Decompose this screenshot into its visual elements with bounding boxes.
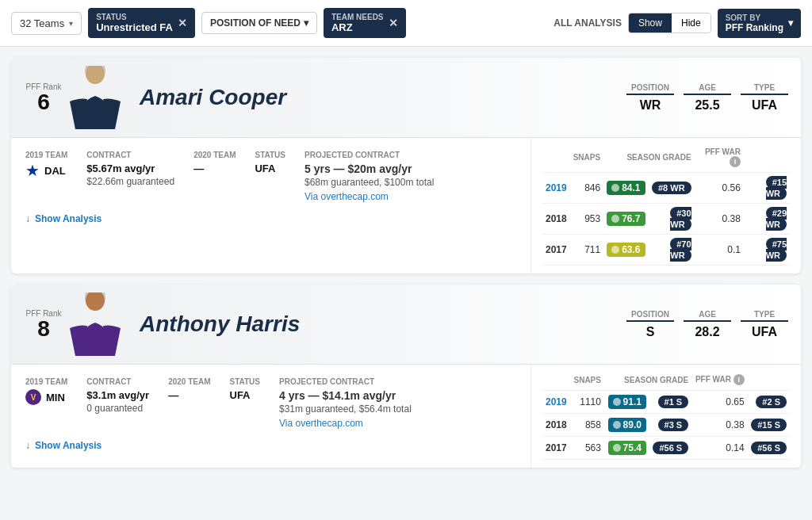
detail-projected: PROJECTED CONTRACT 5 yrs — $20m avg/yr $… (304, 151, 434, 202)
pff-war-info-icon[interactable]: i (733, 374, 745, 385)
sort-caret-icon: ▾ (788, 17, 793, 29)
stat-snaps: 711 (570, 235, 603, 266)
contract-avg: $3.1m avg/yr (86, 389, 149, 401)
grade-badge: 84.1 (607, 181, 645, 195)
overthecap-link[interactable]: overthecap.com (320, 191, 388, 202)
meta-type-val: UFA (741, 325, 788, 339)
pff-war-info-icon[interactable]: i (730, 156, 741, 167)
detail-contract: CONTRACT $5.67m avg/yr $22.66m guarantee… (86, 151, 174, 202)
stat-war: 0.65 (691, 391, 748, 414)
meta-age-val: 25.5 (684, 98, 731, 113)
show-hide-toggle: Show Hide (628, 13, 711, 33)
hide-toggle-btn[interactable]: Hide (672, 13, 710, 32)
stat-war-rank: #2 S (748, 391, 790, 414)
position-filter[interactable]: POSITION OF NEED ▾ (201, 12, 317, 34)
team-abbr: DAL (44, 165, 66, 177)
war-rank-badge: #15 WR (766, 176, 787, 200)
meta-position-val: S (626, 325, 674, 339)
stat-snaps: 563 (570, 437, 604, 460)
player-image-container (63, 292, 127, 356)
stat-war: 0.1 (695, 235, 744, 266)
meta-type: TYPE UFA (741, 83, 788, 113)
grade-badge: 89.0 (608, 418, 646, 432)
team-col-label: 2019 TEAM (25, 377, 67, 386)
stat-war: 0.56 (695, 173, 744, 204)
player-name: Anthony Harris (127, 312, 626, 337)
position-caret-icon: ▾ (304, 17, 308, 29)
war-rank-badge: #75 WR (766, 238, 787, 262)
meta-age-label: AGE (684, 310, 731, 322)
teams-filter[interactable]: 32 Teams ▾ (11, 12, 82, 35)
stat-grade: 75.4 (604, 437, 649, 460)
contract-col-label: CONTRACT (86, 151, 174, 159)
meta-position-val: WR (626, 98, 674, 113)
pff-rank-box: PFF Rank 6 (24, 82, 63, 113)
pff-rank-box: PFF Rank 8 (24, 309, 63, 340)
all-analysis-label: ALL ANALYSIS (553, 17, 622, 29)
player-meta: POSITION S AGE 28.2 TYPE UFA (626, 310, 788, 339)
stat-rank: #8 WR (649, 173, 695, 204)
detail-next-team: 2020 TEAM — (193, 151, 236, 202)
meta-age-val: 28.2 (684, 325, 731, 339)
stat-rank: #30 WR (649, 204, 695, 235)
player-image-container (63, 66, 127, 129)
stat-year: 2019 (542, 173, 570, 204)
team-needs-filter-chip[interactable]: TEAM NEEDS ARZ ✕ (324, 8, 406, 38)
show-analysis-btn[interactable]: ↓ Show Analysis (25, 213, 516, 224)
status-chip-val: Unrestricted FA (96, 21, 173, 33)
detail-team: 2019 TEAM ★ DAL (25, 151, 67, 202)
player-image (63, 66, 127, 129)
pff-war-col-header: PFF WAR i (691, 373, 748, 391)
sort-by-chip-val: PFF Ranking (726, 22, 783, 33)
detail-contract: CONTRACT $3.1m avg/yr 0 guaranteed (86, 377, 149, 429)
status-filter-chip[interactable]: STATUS Unrestricted FA ✕ (88, 8, 195, 38)
stat-war-rank: #56 S (748, 437, 790, 460)
stat-snaps: 1110 (570, 391, 604, 414)
stat-year: 2017 (542, 235, 570, 266)
grade-dot (611, 184, 619, 192)
teams-filter-label: 32 Teams (20, 17, 64, 29)
meta-type-val: UFA (741, 98, 788, 113)
team-abbr: MIN (46, 392, 65, 403)
meta-type-label: TYPE (741, 310, 788, 322)
show-toggle-btn[interactable]: Show (629, 13, 672, 32)
contract-col-label: CONTRACT (86, 377, 149, 386)
meta-type: TYPE UFA (741, 310, 788, 339)
pff-war-col-header: PFF WAR i (695, 146, 744, 173)
contract-guaranteed: $22.66m guaranteed (86, 176, 174, 187)
grade-badge: 63.6 (607, 243, 645, 257)
overthecap-link[interactable]: overthecap.com (295, 418, 362, 429)
team-icon-star: ★ (25, 162, 40, 178)
grade-badge: 91.1 (608, 395, 646, 409)
war-rank-badge: #29 WR (766, 207, 787, 231)
stat-year: 2018 (542, 204, 570, 235)
team-needs-chip-close-icon[interactable]: ✕ (389, 17, 398, 29)
grade-dot (611, 246, 619, 254)
position-rank-badge: #70 WR (670, 238, 691, 262)
status-chip-close-icon[interactable]: ✕ (178, 17, 187, 29)
pff-rank-number: 6 (37, 91, 50, 113)
stat-row: 2018 858 89.0 #3 S 0.38 #15 S (542, 414, 790, 437)
stat-row: 2017 563 75.4 #56 S 0.14 #56 S (542, 437, 790, 460)
projected-main: 4 yrs — $14.1m avg/yr (279, 389, 412, 402)
show-analysis-btn[interactable]: ↓ Show Analysis (25, 440, 516, 451)
next-team-col-label: 2020 TEAM (168, 377, 210, 386)
team-needs-chip-val: ARZ (331, 21, 384, 33)
grade-badge: 76.7 (607, 212, 645, 226)
player-name: Amari Cooper (127, 85, 626, 110)
meta-position: POSITION WR (626, 83, 674, 113)
detail-grid: 2019 TEAM V MIN CONTRACT $3.1m avg/yr 0 … (25, 377, 516, 429)
grade-dot (613, 444, 621, 452)
grade-dot (613, 421, 621, 429)
stat-grade: 84.1 (603, 173, 648, 204)
position-rank-badge: #3 S (658, 419, 689, 431)
next-team-val: — (168, 389, 210, 401)
meta-type-label: TYPE (741, 83, 788, 95)
position-rank-badge: #1 S (658, 396, 689, 408)
sort-by-chip[interactable]: SORT BY PFF Ranking ▾ (718, 9, 801, 38)
team-col-label: 2019 TEAM (25, 151, 67, 159)
grade-dot (613, 398, 621, 406)
player-detail: 2019 TEAM V MIN CONTRACT $3.1m avg/yr 0 … (11, 365, 801, 468)
season-grade-col-header: SEASON GRADE (603, 146, 694, 173)
detail-stats: SNAPS SEASON GRADE PFF WAR i 2019 1110 9… (531, 365, 801, 468)
